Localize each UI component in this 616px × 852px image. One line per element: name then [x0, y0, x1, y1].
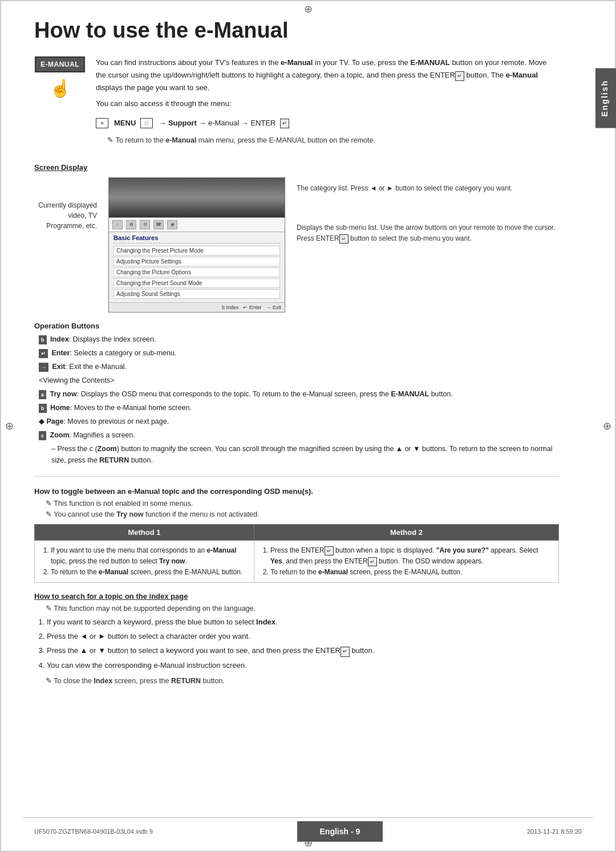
emanual-badge-area: E-MANUAL ☝ — [34, 56, 86, 98]
menu-instruction: ≡ MENU□ → Support → e-Manual → ENTER↵ — [96, 117, 559, 129]
method2-cell: Press the ENTER↵ button when a topic is … — [254, 540, 558, 583]
screen-footer: b Index ↵ Enter → Exit — [109, 302, 285, 312]
menu-item-5: Adjusting Sound Settings — [114, 289, 280, 299]
op-zoom: c Zoom: Magnifies a screen. — [39, 429, 559, 441]
op-index: b Index: Displays the index screen. — [39, 334, 559, 345]
menu-item-3: Changing the Picture Options — [114, 267, 280, 277]
menu-title: Basic Features — [114, 234, 280, 244]
icon1: ⌂ — [112, 220, 123, 229]
method1-header: Method 1 — [35, 524, 254, 540]
index-steps-list: If you want to search a keyword, press t… — [34, 616, 559, 671]
icon5: ◉ — [167, 220, 177, 229]
screen-video-area — [109, 178, 285, 218]
op-enter: ↵ Enter: Selects a category or sub-menu. — [39, 347, 559, 359]
screen-label-left: Currently displayedvideo, TVProgramme, e… — [34, 177, 97, 231]
right-label-bottom: Displays the sub-menu list. Use the arro… — [297, 222, 559, 244]
footer-left-text: UF5070-ZGZTBN68-04901B-03L04.indb 9 — [34, 828, 153, 835]
right-label-top: The category list. Press ◄ or ► button t… — [297, 183, 559, 194]
viewing-contents: <Viewing the Contents> — [39, 375, 559, 386]
index-step-3: Press the ▲ or ▼ button to select a keyw… — [47, 644, 559, 657]
icon4: ☎ — [153, 220, 164, 229]
footer-page-label: English - 9 — [297, 821, 383, 842]
screen-display-section: Currently displayedvideo, TVProgramme, e… — [34, 177, 559, 313]
intro-text: You can find instructions about your TV'… — [96, 56, 559, 153]
op-page: ◆ Page: Moves to previous or next page. — [39, 416, 559, 427]
index-note1: This function may not be supported depen… — [46, 604, 559, 612]
footer-exit: → Exit — [266, 305, 281, 310]
index-heading: How to search for a topic on the index p… — [34, 592, 559, 601]
index-step-4: You can view the corresponding e-Manual … — [47, 659, 559, 672]
index-step-1: If you want to search a keyword, press t… — [47, 616, 559, 628]
op-home: b Home: Moves to the e-Manual home scree… — [39, 402, 559, 413]
method2-header: Method 2 — [254, 524, 558, 540]
toggle-heading: How to toggle between an e-Manual topic … — [34, 487, 559, 496]
emanual-badge: E-MANUAL — [35, 56, 85, 72]
op-trynow: a Try now: Displays the OSD menu that co… — [39, 388, 559, 400]
menu-icon: ≡ — [96, 118, 108, 128]
page-border-top — [0, 0, 616, 1]
screen-mock-menu: Basic Features Changing the Preset Pictu… — [109, 232, 285, 302]
op-exit: → Exit: Exit the e-Manual. — [39, 361, 559, 372]
screen-mock: ⌂ ✿ ⚙ ☎ ◉ Basic Features Changing the Pr… — [108, 177, 285, 313]
footer-divider — [23, 817, 593, 818]
menu-box-icon: □ — [140, 118, 153, 128]
op-zoom-detail: Press the c (Zoom) button to magnify the… — [51, 443, 559, 466]
screen-label-right: The category list. Press ◄ or ► button t… — [297, 177, 559, 245]
hand-icon: ☝ — [50, 78, 71, 98]
operation-buttons-section: Operation Buttons b Index: Displays the … — [34, 322, 559, 466]
section-divider — [34, 476, 559, 477]
compass-left: ⊕ — [3, 420, 15, 432]
language-tab: English — [595, 68, 616, 128]
toggle-note2: You cannot use the Try now function if t… — [46, 510, 559, 518]
screen-mock-icons: ⌂ ✿ ⚙ ☎ ◉ — [109, 218, 285, 232]
menu-item-1: Changing the Preset Picture Mode — [114, 246, 280, 255]
icon3: ⚙ — [140, 220, 150, 229]
operation-buttons-title: Operation Buttons — [34, 322, 559, 330]
menu-item-2: Adjusting Picture Settings — [114, 257, 280, 266]
page-footer: UF5070-ZGZTBN68-04901B-03L04.indb 9 Engl… — [0, 821, 616, 842]
page-title: How to use the e-Manual — [34, 18, 559, 43]
menu-item-4: Changing the Preset Sound Mode — [114, 278, 280, 288]
methods-table: Method 1 Method 2 If you want to use the… — [34, 524, 559, 583]
method1-cell: If you want to use the menu that corresp… — [35, 540, 254, 583]
intro-section: E-MANUAL ☝ You can find instructions abo… — [34, 56, 559, 153]
page-border-left — [0, 0, 1, 852]
toggle-note1: This function is not enabled in some men… — [46, 499, 559, 508]
index-step-2: Press the ◄ or ► button to select a char… — [47, 630, 559, 643]
compass-top: ⊕ — [302, 3, 314, 15]
compass-right: ⊕ — [601, 420, 613, 432]
footer-right-text: 2013-11-21 8:59:20 — [527, 828, 582, 835]
index-note2: To close the Index screen, press the RET… — [46, 676, 559, 685]
enter-symbol: ↵ — [280, 119, 289, 128]
footer-enter: ↵ Enter — [243, 305, 261, 310]
toggle-section: How to toggle between an e-Manual topic … — [34, 487, 559, 583]
footer-index: b Index — [222, 305, 239, 310]
intro-para2: You can also access it through the menu: — [96, 98, 559, 110]
index-section: How to search for a topic on the index p… — [34, 592, 559, 684]
screen-display-heading: Screen Display — [34, 163, 559, 172]
intro-note: To return to the e-Manual main menu, pre… — [107, 134, 559, 147]
icon2: ✿ — [126, 220, 136, 229]
